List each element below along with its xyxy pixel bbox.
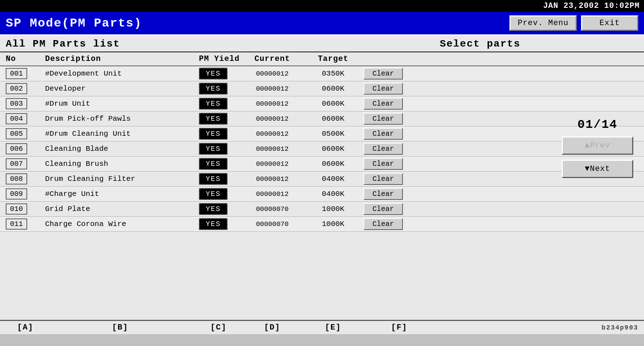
part-target: 0400K (303, 190, 364, 198)
clear-button[interactable]: Clear (364, 218, 403, 230)
part-clear: Clear (364, 188, 435, 200)
part-description: #Drum Cleaning Unit (45, 130, 195, 138)
clear-button[interactable]: Clear (364, 128, 403, 140)
table-row: 010 Grid Plate YES 00000070 1000K Clear (0, 202, 644, 217)
column-headers: No Description PM Yield Current Target (0, 52, 644, 66)
col-header-no: No (6, 54, 45, 63)
part-no: 002 (6, 83, 45, 94)
table-row: 004 Drum Pick-off Pawls YES 00000012 060… (0, 111, 644, 126)
part-description: Drum Cleaning Filter (45, 175, 195, 183)
part-no: 010 (6, 203, 45, 215)
table-row: 001 #Development Unit YES 00000012 0350K… (0, 66, 644, 81)
part-current: 00000012 (242, 160, 303, 168)
clear-button[interactable]: Clear (364, 173, 403, 185)
clear-button[interactable]: Clear (364, 98, 403, 110)
part-description: Charge Corona Wire (45, 220, 195, 228)
exit-button[interactable]: Exit (581, 15, 638, 31)
part-pmyield: YES (195, 143, 242, 155)
part-pmyield: YES (195, 68, 242, 80)
part-pmyield: YES (195, 128, 242, 140)
table-row: 007 Cleaning Brush YES 00000012 0600K Cl… (0, 157, 644, 172)
part-no: 007 (6, 158, 45, 169)
part-pmyield: YES (195, 188, 242, 200)
part-current: 00000012 (242, 190, 303, 198)
part-description: Developer (45, 85, 195, 93)
part-description: #Drum Unit (45, 100, 195, 108)
bottom-label-e: [E] (303, 323, 364, 332)
col-header-description: Description (45, 54, 195, 63)
part-description: Grid Plate (45, 205, 195, 213)
clear-button[interactable]: Clear (364, 83, 403, 95)
part-pmyield: YES (195, 218, 242, 230)
clear-button[interactable]: Clear (364, 68, 403, 80)
part-current: 00000012 (242, 100, 303, 108)
part-no: 003 (6, 98, 45, 109)
section-right-label: Select parts (322, 38, 638, 49)
part-current: 00000012 (242, 85, 303, 93)
part-pmyield: YES (195, 98, 242, 110)
table-row: 003 #Drum Unit YES 00000012 0600K Clear (0, 96, 644, 111)
part-clear: Clear (364, 68, 435, 80)
clear-button[interactable]: Clear (364, 203, 403, 215)
part-current: 00000012 (242, 175, 303, 183)
table-row: 008 Drum Cleaning Filter YES 00000012 04… (0, 172, 644, 187)
bottom-label-f: [F] (364, 323, 435, 332)
table-row: 011 Charge Corona Wire YES 00000070 1000… (0, 217, 644, 232)
part-target: 0600K (303, 160, 364, 168)
part-no: 011 (6, 218, 45, 230)
part-clear: Clear (364, 143, 435, 155)
part-current: 00000012 (242, 145, 303, 153)
part-target: 1000K (303, 220, 364, 228)
part-description: Drum Pick-off Pawls (45, 115, 195, 123)
col-header-target: Target (303, 54, 364, 63)
section-headers: All PM Parts list Select parts (0, 35, 644, 52)
part-target: 0600K (303, 85, 364, 93)
part-target: 0600K (303, 115, 364, 123)
bottom-label-d: [D] (242, 323, 303, 332)
section-left-label: All PM Parts list (6, 38, 322, 49)
table-row: 005 #Drum Cleaning Unit YES 00000012 050… (0, 126, 644, 141)
col-header-side (435, 54, 528, 63)
side-panel: 01/14 ▲Prev ▼Next (551, 66, 644, 182)
table-row: 009 #Charge Unit YES 00000012 0400K Clea… (0, 187, 644, 202)
part-no: 005 (6, 128, 45, 139)
main-content: 001 #Development Unit YES 00000012 0350K… (0, 66, 644, 334)
part-no: 001 (6, 68, 45, 79)
clear-button[interactable]: Clear (364, 143, 403, 155)
part-clear: Clear (364, 128, 435, 140)
part-target: 0600K (303, 145, 364, 153)
next-button[interactable]: ▼Next (562, 160, 633, 178)
part-current: 00000012 (242, 115, 303, 123)
header-buttons: Prev. Menu Exit (509, 15, 638, 31)
part-target: 1000K (303, 205, 364, 213)
clear-button[interactable]: Clear (364, 113, 403, 125)
part-clear: Clear (364, 83, 435, 95)
col-header-clear (364, 54, 435, 63)
prev-button[interactable]: ▲Prev (562, 136, 633, 155)
bottom-label-b: [B] (45, 323, 195, 332)
part-pmyield: YES (195, 203, 242, 215)
bottom-bar: [A] [B] [C] [D] [E] [F] b234p903 (0, 320, 644, 334)
page-title: SP Mode(PM Parts) (6, 16, 142, 30)
header-bar: SP Mode(PM Parts) Prev. Menu Exit (0, 12, 644, 35)
part-pmyield: YES (195, 158, 242, 170)
clear-button[interactable]: Clear (364, 158, 403, 170)
part-clear: Clear (364, 203, 435, 215)
part-no: 009 (6, 188, 45, 200)
prev-menu-button[interactable]: Prev. Menu (509, 15, 577, 31)
part-clear: Clear (364, 158, 435, 170)
part-current: 00000070 (242, 220, 303, 228)
part-target: 0400K (303, 175, 364, 183)
part-pmyield: YES (195, 113, 242, 125)
part-description: #Charge Unit (45, 190, 195, 198)
col-header-pmyield: PM Yield (195, 54, 242, 63)
part-description: #Development Unit (45, 69, 195, 78)
part-target: 0600K (303, 100, 364, 108)
clear-button[interactable]: Clear (364, 188, 403, 200)
part-target: 0350K (303, 69, 364, 78)
part-clear: Clear (364, 98, 435, 110)
part-clear: Clear (364, 173, 435, 185)
col-header-current: Current (242, 54, 303, 63)
part-target: 0500K (303, 130, 364, 138)
part-current: 00000012 (242, 130, 303, 138)
